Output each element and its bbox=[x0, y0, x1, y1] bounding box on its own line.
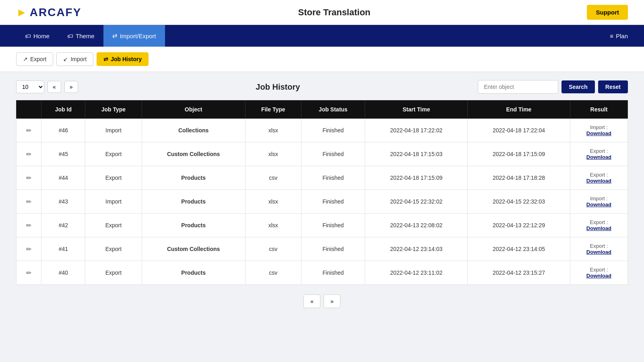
tag-icon-theme: 🏷 bbox=[67, 33, 73, 39]
row-job-type: Export bbox=[85, 142, 142, 166]
row-job-id: #40 bbox=[41, 261, 85, 285]
job-history-table: Job Id Job Type Object File Type Job Sta… bbox=[16, 100, 628, 285]
page-size-select[interactable]: 10 25 50 100 bbox=[16, 80, 44, 93]
row-edit-icon[interactable]: ✏ bbox=[17, 261, 41, 285]
import-export-icon: ⇄ bbox=[112, 32, 118, 39]
row-status: Finished bbox=[301, 142, 365, 166]
table-row: ✏ #42 Export Products xlsx Finished 2022… bbox=[17, 214, 628, 237]
row-start-time: 2022-04-18 17:22:02 bbox=[365, 119, 468, 142]
row-edit-icon[interactable]: ✏ bbox=[17, 119, 41, 142]
row-job-type: Import bbox=[85, 190, 142, 214]
support-button[interactable]: Support bbox=[587, 5, 628, 20]
row-start-time: 2022-04-12 23:14:03 bbox=[365, 237, 468, 261]
table-row: ✏ #44 Export Products csv Finished 2022-… bbox=[17, 166, 628, 190]
nav-item-home[interactable]: 🏷 Home bbox=[16, 25, 58, 47]
result-download-link[interactable]: Download bbox=[575, 130, 623, 136]
row-start-time: 2022-04-18 17:15:09 bbox=[365, 166, 468, 190]
table-row: ✏ #41 Export Custom Collections csv Fini… bbox=[17, 237, 628, 261]
row-result: Import : Download bbox=[570, 119, 627, 142]
row-job-id: #44 bbox=[41, 166, 85, 190]
job-icon: ⇄ bbox=[103, 56, 108, 62]
result-type-label: Export : bbox=[575, 243, 623, 249]
row-file-type: csv bbox=[245, 261, 301, 285]
row-object: Products bbox=[142, 261, 245, 285]
nav-item-importexport[interactable]: ⇄ Import/Export bbox=[103, 25, 165, 47]
search-input[interactable] bbox=[478, 80, 558, 94]
col-action bbox=[17, 101, 41, 119]
row-result: Export : Download bbox=[570, 166, 627, 190]
row-file-type: xlsx bbox=[245, 119, 301, 142]
row-end-time: 2022-04-12 23:14:05 bbox=[468, 237, 570, 261]
table-header-row: Job Id Job Type Object File Type Job Sta… bbox=[17, 101, 628, 119]
row-file-type: csv bbox=[245, 166, 301, 190]
col-job-status: Job Status bbox=[301, 101, 365, 119]
nav-item-plan[interactable]: ≡ Plan bbox=[610, 25, 628, 47]
row-edit-icon[interactable]: ✏ bbox=[17, 214, 41, 237]
tag-icon: 🏷 bbox=[25, 33, 31, 39]
result-type-label: Export : bbox=[575, 267, 623, 273]
nav-bar: 🏷 Home 🏷 Theme ⇄ Import/Export ≡ Plan bbox=[0, 25, 644, 47]
row-start-time: 2022-04-18 17:15:03 bbox=[365, 142, 468, 166]
col-file-type: File Type bbox=[245, 101, 301, 119]
result-download-link[interactable]: Download bbox=[575, 154, 623, 160]
row-file-type: xlsx bbox=[245, 142, 301, 166]
row-file-type: csv bbox=[245, 237, 301, 261]
row-result: Export : Download bbox=[570, 142, 627, 166]
row-end-time: 2022-04-13 22:12:29 bbox=[468, 214, 570, 237]
sub-nav: ↗ Export ↙ Import ⇄ Job History bbox=[0, 47, 644, 72]
result-download-link[interactable]: Download bbox=[575, 225, 623, 231]
row-edit-icon[interactable]: ✏ bbox=[17, 190, 41, 214]
row-status: Finished bbox=[301, 166, 365, 190]
bottom-pager: « » bbox=[16, 294, 628, 320]
bottom-next-button[interactable]: » bbox=[324, 294, 341, 308]
search-button[interactable]: Search bbox=[561, 80, 595, 93]
row-edit-icon[interactable]: ✏ bbox=[17, 166, 41, 190]
result-download-link[interactable]: Download bbox=[575, 178, 623, 184]
row-edit-icon[interactable]: ✏ bbox=[17, 142, 41, 166]
row-job-type: Export bbox=[85, 261, 142, 285]
row-end-time: 2022-04-12 23:15:27 bbox=[468, 261, 570, 285]
bottom-prev-button[interactable]: « bbox=[303, 294, 320, 308]
row-job-type: Import bbox=[85, 119, 142, 142]
result-download-link[interactable]: Download bbox=[575, 249, 623, 255]
logo-arrow-icon: ► bbox=[16, 6, 27, 19]
export-tab-label: Export bbox=[30, 56, 46, 62]
result-download-link[interactable]: Download bbox=[575, 202, 623, 208]
row-job-id: #43 bbox=[41, 190, 85, 214]
row-file-type: xlsx bbox=[245, 190, 301, 214]
table-title: Job History bbox=[256, 82, 300, 92]
controls-right: Search Reset bbox=[478, 80, 628, 94]
col-result: Result bbox=[570, 101, 627, 119]
nav-label-theme: Theme bbox=[76, 33, 95, 39]
table-row: ✏ #43 Import Products xlsx Finished 2022… bbox=[17, 190, 628, 214]
row-result: Export : Download bbox=[570, 214, 627, 237]
job-history-tab-button[interactable]: ⇄ Job History bbox=[97, 52, 149, 66]
row-job-type: Export bbox=[85, 237, 142, 261]
row-end-time: 2022-04-15 22:32:03 bbox=[468, 190, 570, 214]
import-tab-button[interactable]: ↙ Import bbox=[56, 52, 93, 66]
reset-button[interactable]: Reset bbox=[598, 80, 628, 93]
row-object: Custom Collections bbox=[142, 237, 245, 261]
row-result: Export : Download bbox=[570, 237, 627, 261]
row-job-id: #42 bbox=[41, 214, 85, 237]
main-content: 10 25 50 100 « » Job History Search Rese… bbox=[0, 72, 644, 328]
export-tab-button[interactable]: ↗ Export bbox=[16, 52, 53, 66]
export-icon: ↗ bbox=[23, 56, 28, 62]
prev-page-button[interactable]: « bbox=[47, 81, 61, 93]
row-end-time: 2022-04-18 17:15:09 bbox=[468, 142, 570, 166]
row-file-type: xlsx bbox=[245, 214, 301, 237]
nav-item-theme[interactable]: 🏷 Theme bbox=[58, 25, 103, 47]
row-start-time: 2022-04-13 22:08:02 bbox=[365, 214, 468, 237]
result-type-label: Import : bbox=[575, 124, 623, 130]
result-download-link[interactable]: Download bbox=[575, 273, 623, 279]
list-icon: ≡ bbox=[610, 33, 613, 39]
row-result: Export : Download bbox=[570, 261, 627, 285]
row-object: Collections bbox=[142, 119, 245, 142]
col-end-time: End Time bbox=[468, 101, 570, 119]
logo-text: ARCAFY bbox=[30, 6, 82, 19]
row-edit-icon[interactable]: ✏ bbox=[17, 237, 41, 261]
row-job-id: #46 bbox=[41, 119, 85, 142]
col-start-time: Start Time bbox=[365, 101, 468, 119]
row-job-type: Export bbox=[85, 166, 142, 190]
next-page-button[interactable]: » bbox=[64, 81, 78, 93]
